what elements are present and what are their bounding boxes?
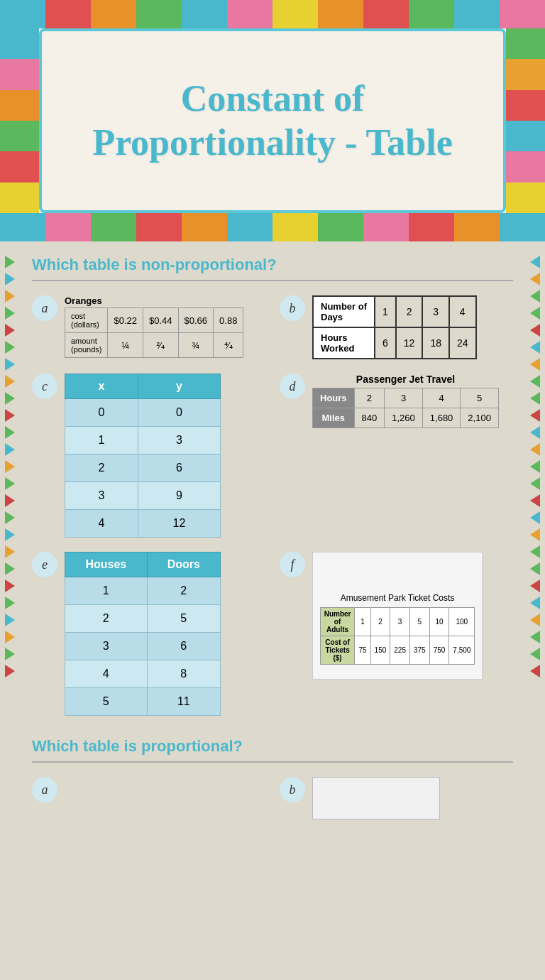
tri-deco	[5, 648, 15, 660]
col-y: y	[138, 374, 220, 399]
right-decoration	[525, 241, 545, 980]
cell: 3	[422, 296, 449, 327]
section2-divider	[32, 761, 513, 763]
cell: 225	[390, 636, 410, 665]
tri-deco	[530, 426, 540, 439]
cell: 9	[138, 482, 220, 510]
cell: Cost of Tickets ($)	[320, 636, 355, 665]
tri-deco	[530, 648, 540, 660]
cell: 6	[147, 633, 220, 660]
cell: 6	[375, 327, 396, 359]
cell: Hours	[313, 388, 355, 408]
table-c-container: x y 00 13 26 39 412	[65, 374, 221, 538]
tri-deco	[530, 477, 540, 490]
tri-deco	[5, 358, 15, 371]
tri-deco	[5, 443, 15, 456]
question-e: e Houses Doors 12 25 36 48 511	[32, 552, 265, 716]
bottom-question-a: a	[32, 777, 265, 820]
table-houses: Houses Doors 12 25 36 48 511	[65, 552, 221, 716]
tri-deco	[530, 290, 540, 303]
table-d-container: Passenger Jet Travel Hours 2 3 4 5 Miles…	[312, 374, 499, 428]
tri-deco	[5, 307, 15, 320]
cell: 3	[65, 633, 148, 660]
cell: ⁴⁄₄	[214, 333, 243, 358]
cell: 2	[370, 608, 390, 636]
tri-deco	[5, 273, 15, 285]
table-e-container: Houses Doors 12 25 36 48 511	[65, 552, 221, 716]
tri-deco	[5, 375, 15, 388]
col-houses: Houses	[65, 552, 148, 577]
cell: 4	[449, 296, 476, 327]
tri-deco	[5, 528, 15, 541]
table-f-container: Amusement Park Ticket Costs Number of Ad…	[312, 552, 483, 680]
cell: 12	[138, 510, 220, 538]
tri-deco	[5, 494, 15, 507]
cell: 150	[370, 636, 390, 665]
tri-deco	[5, 511, 15, 524]
cell: 7,500	[449, 636, 475, 665]
tri-deco	[530, 494, 540, 507]
tri-deco	[5, 562, 15, 575]
bottom-a-placeholder	[65, 777, 192, 820]
tri-deco	[5, 597, 15, 609]
cell: 100	[449, 608, 475, 636]
cell: $0.44	[143, 308, 178, 333]
cell: 0	[65, 399, 138, 427]
tri-deco	[530, 579, 540, 592]
table-f-title: Amusement Park Ticket Costs	[341, 593, 455, 603]
tri-deco	[530, 307, 540, 320]
tri-deco	[5, 631, 15, 643]
tri-deco	[530, 256, 540, 268]
cell: ¼	[108, 333, 143, 358]
tri-deco	[530, 443, 540, 456]
cell: 0.88	[214, 308, 243, 333]
label-a: a	[32, 295, 57, 321]
tri-deco	[530, 665, 540, 677]
tri-deco	[530, 375, 540, 388]
label-f: f	[280, 552, 305, 577]
bottom-b-placeholder	[312, 777, 440, 820]
tri-deco	[5, 426, 15, 439]
cell: 24	[449, 327, 476, 359]
cell: 3	[138, 427, 220, 454]
bottom-label-a: a	[32, 777, 57, 802]
cell: 6	[138, 454, 220, 482]
tri-deco	[5, 256, 15, 268]
tri-deco	[530, 614, 540, 626]
cell: 11	[147, 688, 220, 716]
question-f: f Amusement Park Ticket Costs Number of …	[280, 552, 513, 716]
question-a: a Oranges cost(dollars) $0.22 $0.44 $0.6…	[32, 295, 265, 359]
cell: 4	[65, 510, 138, 538]
tri-deco	[530, 392, 540, 405]
tri-deco	[5, 341, 15, 354]
table-a-container: Oranges cost(dollars) $0.22 $0.44 $0.66 …	[65, 295, 243, 358]
cell: 5	[65, 688, 148, 716]
tri-deco	[530, 358, 540, 371]
section2: Which table is proportional? a b	[21, 737, 524, 820]
cell: 18	[422, 327, 449, 359]
section1-title: Which table is non-proportional?	[21, 256, 524, 274]
bottom-question-b: b	[280, 777, 513, 820]
cell: $0.22	[108, 308, 143, 333]
cell: cost(dollars)	[65, 308, 108, 333]
tri-deco	[530, 528, 540, 541]
question-c: c x y 00 13 26 39 412	[32, 374, 265, 538]
header-section: Constant of Proportionality - Table	[0, 0, 545, 241]
tri-deco	[5, 392, 15, 405]
label-b: b	[280, 295, 305, 321]
label-c: c	[32, 374, 57, 399]
page-title: Constant of Proportionality - Table	[56, 77, 489, 165]
col-doors: Doors	[147, 552, 220, 577]
section1-divider	[32, 280, 513, 281]
cell: 8	[147, 660, 220, 688]
table-days: Number ofDays 1 2 3 4 HoursWorked 6 12 1…	[312, 295, 477, 359]
cell: Number ofDays	[313, 296, 375, 327]
table-d-title: Passenger Jet Travel	[312, 374, 499, 385]
cell: 75	[355, 636, 370, 665]
cell: 3	[385, 388, 423, 408]
label-d: d	[280, 374, 305, 399]
section2-grid: a b	[32, 777, 513, 820]
tri-deco	[5, 324, 15, 337]
tri-deco	[530, 511, 540, 524]
left-decoration	[0, 241, 20, 980]
